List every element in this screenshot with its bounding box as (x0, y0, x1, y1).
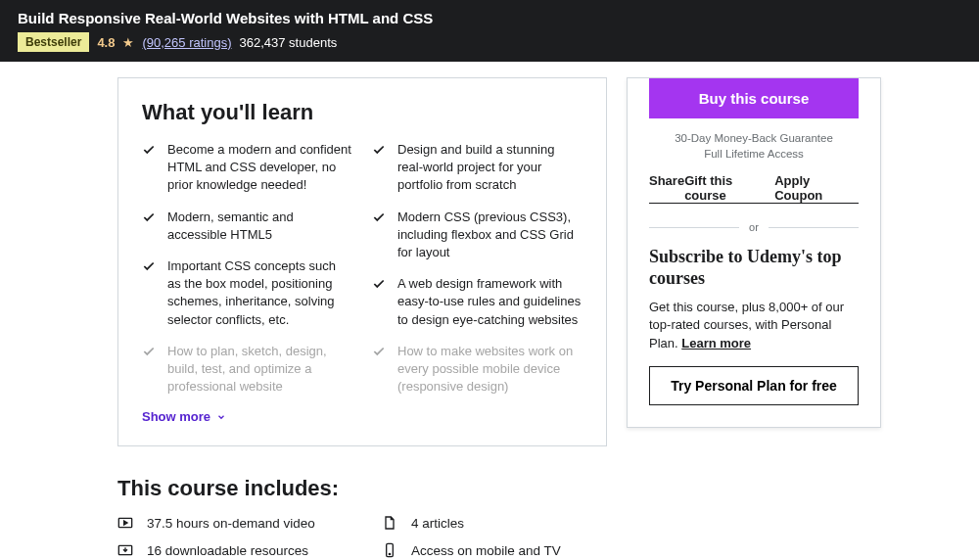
gift-link[interactable]: Gift this course (684, 173, 774, 204)
guarantee-text: 30-Day Money-Back Guarantee (649, 132, 859, 144)
check-icon (372, 210, 386, 224)
learn-item: A web design framework with easy-to-use … (372, 275, 583, 329)
purchase-sidebar: Buy this course 30-Day Money-Back Guaran… (627, 77, 881, 428)
coupon-link[interactable]: Apply Coupon (774, 173, 859, 204)
check-icon (372, 345, 386, 358)
bestseller-badge: Bestseller (18, 32, 89, 52)
include-item: 16 downloadable resources (117, 542, 343, 558)
learn-text: A web design framework with easy-to-use … (397, 275, 583, 329)
show-more-button[interactable]: Show more (142, 409, 583, 424)
learn-item: Become a modern and confident HTML and C… (142, 141, 352, 195)
try-personal-plan-button[interactable]: Try Personal Plan for free (649, 366, 859, 405)
students-count: 362,437 students (240, 35, 338, 50)
learn-text: Modern, semantic and accessible HTML5 (167, 209, 352, 244)
check-icon (142, 259, 156, 273)
learn-item: How to make websites work on every possi… (372, 343, 583, 397)
or-text: or (749, 221, 759, 233)
share-link[interactable]: Share (649, 173, 684, 204)
learn-text: Become a modern and confident HTML and C… (167, 141, 352, 195)
star-icon: ★ (122, 35, 134, 50)
include-item: Access on mobile and TV (382, 542, 607, 558)
chevron-down-icon (216, 412, 226, 422)
include-item: 37.5 hours on-demand video (117, 515, 343, 531)
check-icon (372, 277, 386, 291)
check-icon (142, 345, 156, 358)
divider: or (649, 221, 859, 233)
check-icon (142, 210, 156, 224)
include-text: Access on mobile and TV (411, 543, 561, 558)
svg-marker-1 (124, 521, 127, 525)
includes-grid: 37.5 hours on-demand video 16 downloadab… (117, 515, 607, 560)
include-item: 4 articles (382, 515, 607, 531)
learn-item: Design and build a stunning real-world p… (372, 141, 583, 195)
learn-item: How to plan, sketch, design, build, test… (142, 343, 352, 397)
learn-text: How to plan, sketch, design, build, test… (167, 343, 352, 397)
svg-point-4 (389, 554, 390, 555)
include-text: 37.5 hours on-demand video (147, 516, 315, 531)
mobile-icon (382, 542, 397, 558)
what-youll-learn-box: What you'll learn Become a modern and co… (117, 77, 607, 446)
video-icon (117, 515, 133, 531)
course-header: Build Responsive Real-World Websites wit… (0, 0, 979, 62)
download-icon (117, 542, 133, 558)
subscribe-title: Subscribe to Udemy's top courses (649, 247, 859, 289)
learn-text: How to make websites work on every possi… (397, 343, 583, 397)
rating-value: 4.8 (97, 35, 115, 50)
course-title: Build Responsive Real-World Websites wit… (18, 10, 961, 26)
learn-item: Modern, semantic and accessible HTML5 (142, 209, 352, 244)
include-text: 16 downloadable resources (147, 543, 308, 558)
subscribe-desc: Get this course, plus 8,000+ of our top-… (649, 299, 859, 352)
learn-title: What you'll learn (142, 100, 583, 125)
buy-button[interactable]: Buy this course (649, 78, 859, 118)
lifetime-text: Full Lifetime Access (649, 148, 859, 160)
include-text: 4 articles (411, 516, 464, 531)
learn-item: Modern CSS (previous CSS3), including fl… (372, 209, 583, 262)
ratings-link[interactable]: (90,265 ratings) (142, 35, 231, 50)
learn-item: Important CSS concepts such as the box m… (142, 257, 352, 329)
learn-text: Important CSS concepts such as the box m… (167, 257, 352, 329)
show-more-label: Show more (142, 409, 210, 424)
file-icon (382, 515, 397, 531)
subscribe-learn-more-link[interactable]: Learn more (681, 336, 751, 350)
check-icon (372, 143, 386, 157)
learn-text: Modern CSS (previous CSS3), including fl… (397, 209, 583, 262)
course-meta: Bestseller 4.8 ★ (90,265 ratings) 362,43… (18, 32, 961, 52)
learn-text: Design and build a stunning real-world p… (397, 141, 583, 195)
check-icon (142, 143, 156, 157)
includes-title: This course includes: (117, 476, 607, 501)
